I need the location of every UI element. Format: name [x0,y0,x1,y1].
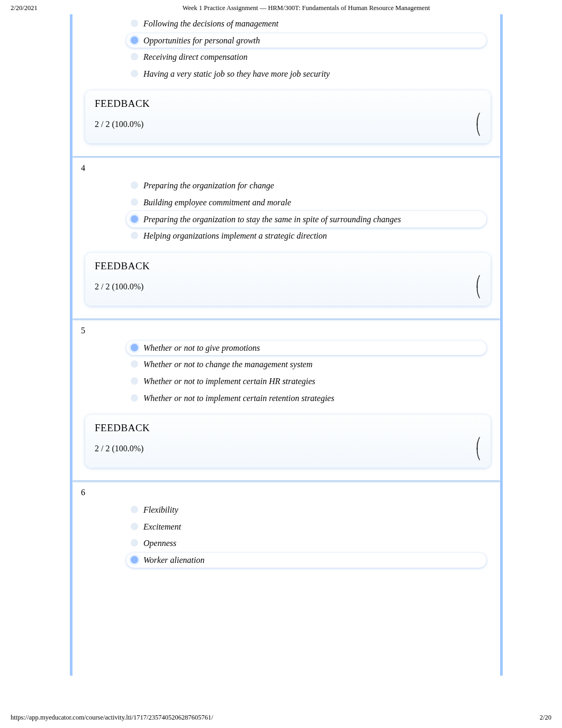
question-number: 4 [81,163,500,173]
radio-icon [131,377,138,385]
feedback-score: 2 / 2 (100.0%) [95,282,143,292]
option-text: Receiving direct compensation [143,51,254,63]
feedback-panel[interactable]: FEEDBACK 2 / 2 (100.0%) ⎛⎝ [85,90,491,143]
radio-icon [131,181,138,189]
radio-icon [131,556,138,563]
radio-icon [131,198,138,206]
question-divider [72,480,500,483]
option-row[interactable]: Following the decisions of management [131,15,490,32]
option-text: Flexibility [143,504,185,516]
option-row[interactable]: Building employee commitment and morale [131,194,490,211]
footer-url: https://app.myeducator.com/course/activi… [11,714,213,722]
option-row[interactable]: Excitement [131,518,490,535]
option-text: Whether or not to change the management … [143,359,319,370]
feedback-panel[interactable]: FEEDBACK 2 / 2 (100.0%) ⎛⎝ [85,415,491,468]
feedback-score: 2 / 2 (100.0%) [95,120,143,129]
radio-icon [131,53,138,60]
option-row[interactable]: Preparing the organization for change [131,177,490,194]
option-row[interactable]: Opportunities for personal growth [131,32,490,49]
footer-pagenum: 2/20 [540,714,551,722]
question-divider [72,156,500,158]
option-row[interactable]: Whether or not to give promotions [131,340,490,357]
radio-icon [131,215,138,223]
question-options: Preparing the organization for change Bu… [131,176,500,244]
option-row[interactable]: Helping organizations implement a strate… [131,228,490,244]
option-text: Worker alienation [143,554,211,566]
expand-icon[interactable]: ⎛⎝ [476,438,481,459]
radio-icon [131,523,138,530]
option-text: Whether or not to implement certain HR s… [143,376,322,387]
option-text: Building employee commitment and morale [143,197,297,208]
option-text: Whether or not to implement certain rete… [143,393,341,404]
radio-icon [131,539,138,547]
option-row[interactable]: Whether or not to change the management … [131,356,490,373]
question-number: 5 [81,326,500,335]
content-panel: Following the decisions of management Op… [70,14,503,676]
option-text: Preparing the organization to stay the s… [143,214,407,225]
expand-icon[interactable]: ⎛⎝ [476,114,481,135]
option-row[interactable]: Flexibility [131,502,490,518]
feedback-label: FEEDBACK [95,260,481,272]
question-options: Following the decisions of management Op… [131,14,500,82]
feedback-label: FEEDBACK [95,422,481,434]
option-row[interactable]: Worker alienation [131,552,490,569]
option-text: Whether or not to give promotions [143,342,266,354]
feedback-score: 2 / 2 (100.0%) [95,444,143,453]
page-title: Week 1 Practice Assignment — HRM/300T: F… [61,4,551,12]
option-text: Openness [143,538,183,549]
question-options: Whether or not to give promotions Whethe… [131,339,500,406]
option-row[interactable]: Whether or not to implement certain HR s… [131,373,490,390]
radio-icon [131,360,138,368]
question-divider [72,319,500,321]
question-number: 6 [81,488,500,497]
option-text: Opportunities for personal growth [143,35,266,47]
radio-icon [131,232,138,239]
option-text: Having a very static job so they have mo… [143,68,336,80]
radio-icon [131,37,138,44]
radio-icon [131,20,138,27]
page-footer: https://app.myeducator.com/course/activi… [11,714,551,722]
expand-icon[interactable]: ⎛⎝ [476,276,481,297]
radio-icon [131,506,138,513]
radio-icon [131,70,138,77]
option-text: Excitement [143,521,187,533]
option-row[interactable]: Whether or not to implement certain rete… [131,390,490,407]
option-row[interactable]: Receiving direct compensation [131,49,490,66]
option-row[interactable]: Having a very static job so they have mo… [131,66,490,83]
print-date: 2/20/2021 [11,4,61,12]
option-row[interactable]: Openness [131,535,490,552]
feedback-panel[interactable]: FEEDBACK 2 / 2 (100.0%) ⎛⎝ [85,253,491,306]
feedback-label: FEEDBACK [95,98,481,110]
radio-icon [131,344,138,351]
option-row[interactable]: Preparing the organization to stay the s… [131,211,490,228]
radio-icon [131,394,138,402]
option-text: Following the decisions of management [143,18,285,30]
option-text: Preparing the organization for change [143,180,280,192]
page-header: 2/20/2021 Week 1 Practice Assignment — H… [0,0,562,14]
question-options: Flexibility Excitement Openness Worker a… [131,501,500,568]
option-text: Helping organizations implement a strate… [143,230,333,242]
